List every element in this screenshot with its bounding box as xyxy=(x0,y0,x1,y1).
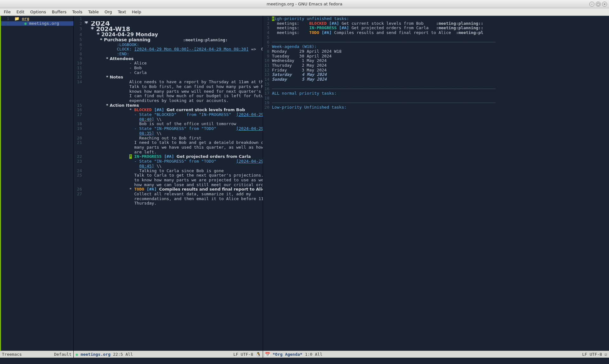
window-titlebar: meetings.org - GNU Emacs at fedora – ◯ × xyxy=(0,0,609,8)
treemacs-file[interactable]: meetings.org xyxy=(29,21,59,26)
cursor-position: 22:5 All xyxy=(113,352,133,357)
agenda-line[interactable]: ────────────────────────────────────────… xyxy=(272,101,609,105)
editor-line[interactable]: Alice needs to have a report by Thursday… xyxy=(85,80,263,84)
editor-line[interactable]: Reaching out to Bob first xyxy=(85,136,263,141)
encoding: LF UTF-8 xyxy=(233,352,253,357)
main-modeline: ◉ meetings.org 22:5 All LF UTF-8 🐧 xyxy=(74,351,263,358)
buffer-name: meetings.org xyxy=(81,352,111,357)
editor-line[interactable]: are left. xyxy=(85,150,263,155)
editor-line[interactable]: * TODO [#A] Compiles results and send fi… xyxy=(85,187,263,192)
agenda-line[interactable]: ────────────────────────────────────────… xyxy=(272,87,609,91)
agenda-line[interactable]: Week-agenda (W18): xyxy=(272,44,609,49)
menu-buffers[interactable]: Buffers xyxy=(49,9,69,15)
agenda-line[interactable]: Sunday 5 May 2024 xyxy=(272,77,609,82)
org-icon: ◉ xyxy=(76,352,78,357)
menubar[interactable]: FileEditOptionsBuffersToolsTableOrgTextH… xyxy=(0,8,609,16)
editor-line[interactable]: * Action Items xyxy=(85,103,263,108)
treemacs-pane[interactable]: 1 📁 org2 ◉ meetings.org Treemacs Default xyxy=(0,16,74,358)
editor-line[interactable]: I need to talk to Bob and get a detaield… xyxy=(85,140,263,145)
agenda-line[interactable]: Tuesday 30 April 2024 xyxy=(272,54,609,59)
editor-line[interactable]: - Bob xyxy=(85,66,263,71)
close-button[interactable]: × xyxy=(602,2,607,7)
editor-line[interactable]: * Attendees xyxy=(85,57,263,61)
menu-edit[interactable]: Edit xyxy=(14,9,27,15)
buffer-name: *Org Agenda* xyxy=(273,352,302,357)
editor-line[interactable]: * BLOCKED [#A] Get current stock levels … xyxy=(85,108,263,112)
editor-line[interactable]: - State "IN-PROGRESS" from "TODO" [2024-… xyxy=(85,159,263,164)
menu-org[interactable]: Org xyxy=(102,9,115,15)
agenda-line[interactable]: Low-priority Unfinished tasks: xyxy=(272,105,609,110)
editor-line[interactable]: - State "IN-PROGRESS" from "TODO" [2024-… xyxy=(85,126,263,131)
editor-line[interactable]: * IN-PROGRESS [#A] Get projected orders … xyxy=(85,154,263,159)
agenda-line[interactable]: meetings: TODO [#A] Compiles results and… xyxy=(272,30,609,35)
menu-table[interactable]: Table xyxy=(85,9,101,15)
window-title: meetings.org - GNU Emacs at fedora xyxy=(267,2,342,6)
menu-tools[interactable]: Tools xyxy=(70,9,85,15)
agenda-line[interactable]: meetings: BLOCKED [#A] Get current stock… xyxy=(272,21,609,26)
agenda-line[interactable] xyxy=(272,82,609,87)
editor-line[interactable]: * Purchase planning :meeting:planning: xyxy=(85,37,263,43)
editor-line[interactable]: how many we can lose and still meet our … xyxy=(85,183,263,187)
agenda-pane[interactable]: 1High-priority unfinished tasks:2 meetin… xyxy=(263,16,609,358)
check-icon: ☑ xyxy=(605,352,607,357)
agenda-line[interactable]: ────────────────────────────────────────… xyxy=(272,40,609,45)
editor-line[interactable]: Talk to Bob first, he can find out how m… xyxy=(85,84,263,89)
editor-line[interactable]: Talking to Carla since Bob is gone xyxy=(85,169,263,173)
menu-text[interactable]: Text xyxy=(115,9,129,15)
editor-line[interactable]: - Alice xyxy=(85,61,263,66)
editor-line[interactable]: - Carla xyxy=(85,71,263,75)
editor-line[interactable]: * 2024 xyxy=(85,21,263,27)
agenda-line[interactable]: Friday 3 May 2024 xyxy=(272,68,609,73)
editor-line[interactable]: 08:40] \\ xyxy=(85,117,263,122)
editor-line[interactable]: - State "BLOCKED" from "IN-PROGRESS" [20… xyxy=(85,112,263,117)
editor-line[interactable]: many parts we have used this quarter, as… xyxy=(85,145,263,150)
menu-help[interactable]: Help xyxy=(129,9,144,15)
editor-line[interactable]: Collect all relevant data, summarize it,… xyxy=(85,192,263,197)
agenda-line[interactable]: ALL normal priority tasks: xyxy=(272,91,609,96)
editor-line[interactable]: to know how many parts we are projected … xyxy=(85,178,263,183)
editor-line[interactable]: * 2024-04-29 Monday xyxy=(85,32,263,37)
editor-line[interactable]: recomendations, and then email it to Ali… xyxy=(85,197,263,201)
agenda-line[interactable]: High-priority unfinished tasks: xyxy=(272,17,609,21)
editor-line[interactable]: 08:35] \\ xyxy=(85,131,263,136)
agenda-line[interactable]: Thursday 2 May 2024 xyxy=(272,63,609,68)
editor-line[interactable] xyxy=(85,17,263,21)
agenda-line[interactable]: Wednesday 1 May 2024 xyxy=(272,58,609,63)
editor-line[interactable]: Talk to Carla to get the next quarter's … xyxy=(85,173,263,178)
editor-line[interactable]: Thursday. xyxy=(85,201,263,206)
editor-line[interactable]: CLOCK: [2024-04-29 Mon 08:00]--[2024-04-… xyxy=(85,47,263,52)
editor-line[interactable]: :END: xyxy=(85,52,263,57)
modeline-mode: Treemacs xyxy=(2,352,22,357)
menu-options[interactable]: Options xyxy=(28,9,49,15)
maximize-button[interactable]: ◯ xyxy=(596,2,601,7)
folder-icon: 📁 xyxy=(14,17,19,21)
minibuffer[interactable] xyxy=(0,358,609,364)
editor-line[interactable]: I can find out how much of our budget is… xyxy=(85,94,263,98)
calendar-icon: 📅 xyxy=(265,352,270,357)
agenda-modeline: 📅 *Org Agenda* 1:0 All LF UTF-8 ☑ xyxy=(263,351,609,358)
editor-line[interactable]: Bob is out of the office until tomorrow xyxy=(85,122,263,126)
cursor-position: 1:0 All xyxy=(305,352,322,357)
agenda-line[interactable] xyxy=(272,96,609,101)
treemacs-root[interactable]: org xyxy=(22,17,29,21)
editor-line[interactable]: expenditures by looking at our accounts. xyxy=(85,98,263,103)
menu-file[interactable]: File xyxy=(1,9,13,15)
treemacs-modeline: Treemacs Default xyxy=(0,351,73,358)
minimize-button[interactable]: – xyxy=(589,2,594,7)
git-icon: 🐧 xyxy=(256,352,261,357)
encoding: LF UTF-8 xyxy=(582,352,602,357)
org-file-icon: ◉ xyxy=(24,21,27,26)
agenda-line[interactable]: Monday 29 April 2024 W18 xyxy=(272,49,609,54)
agenda-line[interactable]: Saturday 4 May 2024 xyxy=(272,72,609,77)
modeline-right: Default xyxy=(54,352,71,357)
editor-line[interactable]: knows how many parts wew will need for n… xyxy=(85,89,263,94)
editor-line[interactable]: * Notes xyxy=(85,75,263,80)
editor-line[interactable]: :LOGBOOK: xyxy=(85,43,263,47)
agenda-line[interactable] xyxy=(272,35,609,40)
editor-line[interactable]: * 2024-W18 xyxy=(85,27,263,32)
agenda-line[interactable]: meetings: IN-PROGRESS [#A] Get projected… xyxy=(272,26,609,30)
main-editor-pane[interactable]: 12* 20243 * 2024-W184 * 2024-04-29 Monda… xyxy=(74,16,263,358)
editor-line[interactable]: 08:45] \\ xyxy=(85,164,263,169)
